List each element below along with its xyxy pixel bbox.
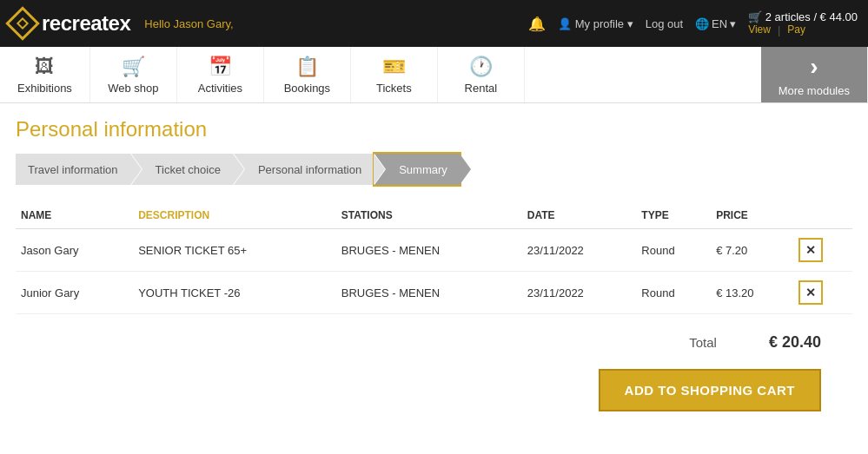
cart-area: 🛒 2 articles / € 44.00 View | Pay [748, 10, 858, 36]
logo-icon [5, 6, 40, 41]
table-row: Jason Gary SENIOR TICKET 65+ BRUGES - ME… [16, 229, 852, 272]
cell-date-0: 23/11/2022 [522, 229, 637, 272]
breadcrumb-steps: Travel information Ticket choice Persona… [16, 154, 852, 185]
cell-stations-1: BRUGES - MENEN [336, 272, 522, 314]
cell-description-1: YOUTH TICKET -26 [133, 272, 336, 314]
nav-bar: 🖼 Exhibitions 🛒 Web shop 📅 Activities 📋 … [0, 47, 868, 103]
add-to-cart-button[interactable]: ADD TO SHOPPING CART [599, 369, 821, 411]
col-stations: STATIONS [336, 202, 522, 229]
cell-delete-1[interactable]: ✕ [793, 272, 852, 314]
top-bar: recreatex Hello Jason Gary, 🔔 👤 My profi… [0, 0, 868, 47]
cell-price-0: € 7.20 [711, 229, 793, 272]
table-row: Junior Gary YOUTH TICKET -26 BRUGES - ME… [16, 272, 852, 314]
bookings-icon: 📋 [295, 56, 319, 78]
step-travel-information[interactable]: Travel information [16, 154, 130, 185]
cart-links: View | Pay [748, 23, 858, 36]
total-amount: € 20.40 [769, 333, 821, 352]
col-name: NAME [16, 202, 133, 229]
nav-more-modules[interactable]: › More modules [761, 47, 868, 102]
cell-description-0: SENIOR TICKET 65+ [133, 229, 336, 272]
page-title: Personal information [16, 117, 852, 141]
delete-row-0-button[interactable]: ✕ [798, 238, 823, 262]
ticket-table: NAME DESCRIPTION STATIONS DATE TYPE PRIC… [16, 202, 852, 314]
col-description: DESCRIPTION [133, 202, 336, 229]
col-type: TYPE [636, 202, 711, 229]
exhibitions-icon: 🖼 [35, 56, 54, 78]
cell-type-1: Round [636, 272, 711, 314]
cell-name-1: Junior Gary [16, 272, 133, 314]
step-summary[interactable]: Summary [374, 154, 460, 185]
nav-activities[interactable]: 📅 Activities [177, 47, 264, 102]
total-label: Total [689, 335, 717, 350]
nav-tickets-label: Tickets [376, 82, 412, 95]
profile-link[interactable]: 👤 My profile ▾ [558, 17, 633, 30]
col-date: DATE [522, 202, 637, 229]
cell-name-0: Jason Gary [16, 229, 133, 272]
cell-date-1: 23/11/2022 [522, 272, 637, 314]
step-personal-information[interactable]: Personal information [234, 154, 374, 185]
logo-text: recreatex [42, 11, 130, 36]
more-icon: › [810, 53, 818, 81]
top-right-group: 🔔 👤 My profile ▾ Log out 🌐 EN ▾ 🛒 2 arti… [528, 10, 858, 36]
cart-label[interactable]: 🛒 2 articles / € 44.00 [748, 10, 858, 23]
step-ticket-choice[interactable]: Ticket choice [131, 154, 233, 185]
nav-exhibitions[interactable]: 🖼 Exhibitions [0, 47, 90, 102]
activities-icon: 📅 [209, 56, 232, 78]
nav-webshop-label: Web shop [108, 82, 158, 95]
cart-separator: | [778, 23, 780, 36]
tickets-icon: 🎫 [382, 56, 406, 78]
nav-activities-label: Activities [198, 82, 242, 95]
view-link[interactable]: View [748, 23, 771, 36]
nav-rental[interactable]: 🕐 Rental [438, 47, 525, 102]
nav-bookings-label: Bookings [284, 82, 330, 95]
webshop-icon: 🛒 [122, 56, 145, 78]
cell-stations-0: BRUGES - MENEN [336, 229, 522, 272]
cell-price-1: € 13.20 [711, 272, 793, 314]
hello-text: Hello Jason Gary, [144, 17, 233, 30]
col-price: PRICE [711, 202, 793, 229]
nav-bookings[interactable]: 📋 Bookings [264, 47, 351, 102]
delete-row-1-button[interactable]: ✕ [798, 280, 823, 305]
nav-exhibitions-label: Exhibitions [17, 82, 72, 95]
bell-icon[interactable]: 🔔 [528, 16, 546, 32]
add-cart-area: ADD TO SHOPPING CART [16, 369, 852, 411]
cell-delete-0[interactable]: ✕ [793, 229, 852, 272]
logo-icon-inner [17, 17, 29, 30]
nav-rental-label: Rental [465, 82, 498, 95]
nav-tickets[interactable]: 🎫 Tickets [351, 47, 438, 102]
logo-area: recreatex Hello Jason Gary, [10, 11, 234, 36]
content-area: Personal information Travel information … [0, 103, 868, 425]
total-row: Total € 20.40 [16, 325, 852, 360]
col-actions [793, 202, 852, 229]
pay-link[interactable]: Pay [787, 23, 805, 36]
rental-icon: 🕐 [469, 56, 493, 78]
nav-webshop[interactable]: 🛒 Web shop [90, 47, 177, 102]
logout-link[interactable]: Log out [646, 17, 683, 30]
cell-type-0: Round [636, 229, 711, 272]
lang-selector[interactable]: 🌐 EN ▾ [695, 17, 736, 30]
nav-more-label: More modules [779, 84, 850, 97]
